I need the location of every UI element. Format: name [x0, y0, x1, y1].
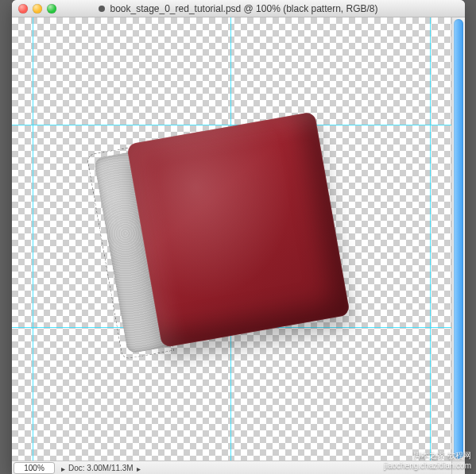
doc-info[interactable]: ▸ Doc: 3.00M/11.3M ▸ [61, 464, 141, 472]
doc-size-text: Doc: 3.00M/11.3M [68, 464, 134, 472]
titlebar[interactable]: book_stage_0_red_tutorial.psd @ 100% (bl… [12, 0, 465, 17]
chevron-right-icon: ▸ [137, 464, 141, 473]
popup-indicator-icon: ▸ [61, 464, 65, 473]
close-icon[interactable] [18, 4, 28, 13]
modified-indicator-icon [99, 6, 105, 12]
guide-vertical[interactable] [33, 17, 33, 461]
window-title-text: book_stage_0_red_tutorial.psd @ 100% (bl… [110, 3, 377, 14]
traffic-lights [18, 4, 56, 13]
guide-vertical[interactable] [430, 17, 431, 461]
book-cover [126, 111, 350, 348]
scrollbar-thumb[interactable] [454, 19, 463, 459]
scrollbar-corner [451, 461, 465, 474]
zoom-icon[interactable] [47, 4, 56, 13]
document-window: book_stage_0_red_tutorial.psd @ 100% (bl… [12, 0, 465, 474]
vertical-scrollbar[interactable] [451, 17, 465, 461]
canvas[interactable] [12, 17, 451, 461]
window-title: book_stage_0_red_tutorial.psd @ 100% (bl… [12, 3, 465, 14]
status-bar: 100% ▸ Doc: 3.00M/11.3M ▸ [12, 461, 451, 474]
canvas-area: 100% ▸ Doc: 3.00M/11.3M ▸ [12, 17, 465, 474]
zoom-field[interactable]: 100% [14, 462, 55, 474]
artwork-book[interactable] [99, 111, 355, 361]
zoom-value: 100% [24, 464, 45, 472]
minimize-icon[interactable] [33, 4, 42, 13]
